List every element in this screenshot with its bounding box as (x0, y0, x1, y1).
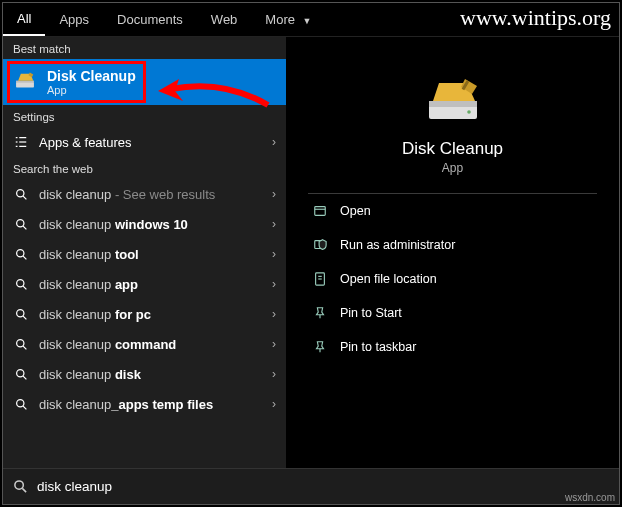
action-run-admin-label: Run as administrator (340, 238, 455, 252)
action-run-admin[interactable]: Run as administrator (304, 228, 601, 262)
svg-line-11 (23, 226, 26, 229)
web-suggestion-bold: windows 10 (115, 217, 188, 232)
chevron-right-icon: › (272, 187, 276, 201)
settings-apps-features[interactable]: Apps & features › (3, 127, 286, 157)
tab-documents[interactable]: Documents (103, 4, 197, 35)
list-icon (13, 134, 29, 150)
section-settings: Settings (3, 105, 286, 127)
action-open[interactable]: Open (304, 194, 601, 228)
web-suggestion-prefix: disk cleanup (39, 277, 115, 292)
tab-all[interactable]: All (3, 3, 45, 36)
action-pin-taskbar[interactable]: Pin to taskbar (304, 330, 601, 364)
action-open-location-label: Open file location (340, 272, 437, 286)
chevron-right-icon: › (272, 277, 276, 291)
tab-more[interactable]: More ▼ (251, 4, 325, 35)
svg-line-23 (23, 406, 26, 409)
svg-rect-28 (315, 207, 326, 216)
svg-point-14 (16, 279, 23, 286)
svg-point-12 (16, 249, 23, 256)
web-suggestion-bold: _apps temp files (111, 397, 213, 412)
action-open-label: Open (340, 204, 371, 218)
detail-subtitle: App (304, 161, 601, 175)
source-watermark: wsxdn.com (565, 492, 615, 503)
chevron-right-icon: › (272, 135, 276, 149)
section-search-web: Search the web (3, 157, 286, 179)
chevron-right-icon: › (272, 247, 276, 261)
search-icon (13, 479, 29, 495)
svg-rect-0 (16, 82, 34, 88)
web-result-5[interactable]: disk cleanup command › (3, 329, 286, 359)
svg-line-15 (23, 286, 26, 289)
svg-point-36 (15, 480, 23, 488)
svg-rect-25 (429, 101, 477, 107)
web-suggestion-bold: disk (115, 367, 141, 382)
search-input[interactable] (37, 479, 609, 494)
web-result-2[interactable]: disk cleanup tool › (3, 239, 286, 269)
pin-icon (312, 305, 328, 321)
chevron-right-icon: › (272, 337, 276, 351)
svg-rect-1 (16, 81, 34, 83)
folder-icon (312, 271, 328, 287)
web-result-hint: - See web results (111, 187, 215, 202)
section-best-match: Best match (3, 37, 286, 59)
web-result-6[interactable]: disk cleanup disk › (3, 359, 286, 389)
web-suggestion-prefix: disk cleanup (39, 247, 115, 262)
web-result-4[interactable]: disk cleanup for pc › (3, 299, 286, 329)
search-icon (13, 276, 29, 292)
search-icon (13, 246, 29, 262)
pin-icon (312, 339, 328, 355)
web-result-1[interactable]: disk cleanup windows 10 › (3, 209, 286, 239)
web-suggestion-bold: command (115, 337, 176, 352)
web-result-3[interactable]: disk cleanup app › (3, 269, 286, 299)
best-match-title: Disk Cleanup (47, 68, 136, 84)
disk-cleanup-icon (13, 70, 37, 94)
search-bar[interactable] (3, 468, 619, 504)
action-pin-start-label: Pin to Start (340, 306, 402, 320)
web-suggestion-prefix: disk cleanup (39, 337, 115, 352)
search-icon (13, 396, 29, 412)
web-suggestion-bold: tool (115, 247, 139, 262)
svg-line-37 (22, 488, 26, 492)
svg-line-9 (23, 196, 26, 199)
web-suggestion-bold: app (115, 277, 138, 292)
search-icon (13, 306, 29, 322)
web-suggestion-prefix: disk cleanup (39, 397, 111, 412)
detail-panel: Disk Cleanup App Open Run as administrat… (286, 37, 619, 469)
search-icon (13, 336, 29, 352)
results-panel: Best match Disk Cleanup App Settings (3, 37, 286, 469)
tab-web[interactable]: Web (197, 4, 252, 35)
chevron-right-icon: › (272, 397, 276, 411)
web-result-7[interactable]: disk cleanup_apps temp files › (3, 389, 286, 419)
svg-line-21 (23, 376, 26, 379)
svg-point-16 (16, 309, 23, 316)
best-match-result[interactable]: Disk Cleanup App (3, 59, 286, 105)
web-suggestion-bold: for pc (115, 307, 151, 322)
action-pin-start[interactable]: Pin to Start (304, 296, 601, 330)
detail-title: Disk Cleanup (304, 139, 601, 159)
web-result-text: disk cleanup (39, 187, 111, 202)
svg-point-18 (16, 339, 23, 346)
web-suggestion-prefix: disk cleanup (39, 367, 115, 382)
chevron-right-icon: › (272, 217, 276, 231)
svg-point-22 (16, 399, 23, 406)
chevron-right-icon: › (272, 367, 276, 381)
web-suggestion-prefix: disk cleanup (39, 217, 115, 232)
web-suggestion-prefix: disk cleanup (39, 307, 115, 322)
search-icon (13, 216, 29, 232)
svg-point-10 (16, 219, 23, 226)
chevron-down-icon: ▼ (303, 16, 312, 26)
tab-apps[interactable]: Apps (45, 4, 103, 35)
search-icon (13, 186, 29, 202)
chevron-right-icon: › (272, 307, 276, 321)
svg-line-13 (23, 256, 26, 259)
settings-apps-features-label: Apps & features (39, 135, 132, 150)
web-result-base[interactable]: disk cleanup - See web results › (3, 179, 286, 209)
search-filter-tabs: All Apps Documents Web More ▼ (3, 3, 619, 37)
action-pin-taskbar-label: Pin to taskbar (340, 340, 416, 354)
action-open-location[interactable]: Open file location (304, 262, 601, 296)
svg-point-8 (16, 189, 23, 196)
open-icon (312, 203, 328, 219)
best-match-subtitle: App (47, 84, 136, 96)
shield-icon (312, 237, 328, 253)
svg-line-19 (23, 346, 26, 349)
